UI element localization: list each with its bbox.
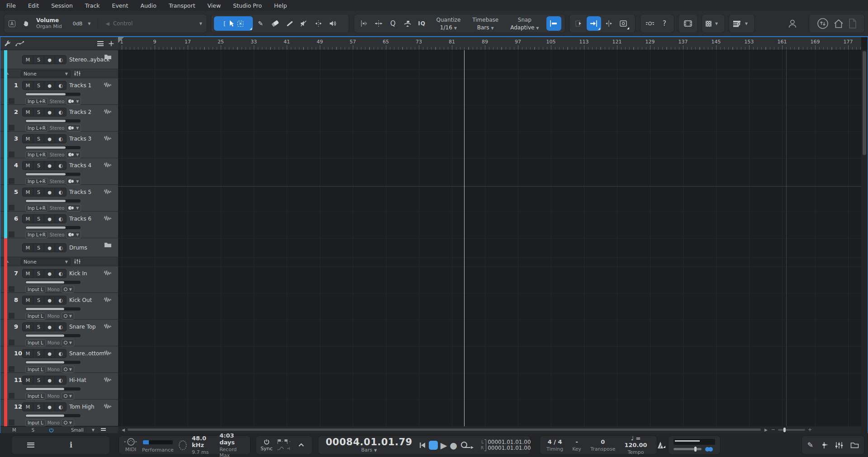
home-icon[interactable]: [833, 19, 844, 28]
track-name[interactable]: Snare..ottom: [69, 350, 104, 357]
track-volume-slider[interactable]: [25, 93, 81, 96]
solo-button[interactable]: S: [33, 349, 44, 358]
folder-track-row[interactable]: M S ● ◐ Drums: [0, 238, 118, 257]
snap-select[interactable]: Snap Adaptive▼: [510, 17, 539, 31]
automation-badge[interactable]: [9, 98, 14, 104]
arrange-canvas[interactable]: [118, 50, 861, 426]
pan-control[interactable]: ▼: [62, 312, 74, 320]
solo-button[interactable]: S: [33, 215, 44, 223]
input-source[interactable]: Inp L+R: [25, 125, 48, 132]
mute-tool-button[interactable]: [297, 17, 311, 30]
sync-expand-icon[interactable]: [298, 443, 304, 447]
track-height-select[interactable]: Small: [71, 428, 84, 433]
mute-button[interactable]: M: [23, 135, 33, 143]
input-source[interactable]: Inp L+R: [25, 205, 48, 212]
solo-button[interactable]: S: [33, 269, 44, 278]
monitor-button[interactable]: ◐: [55, 296, 66, 304]
menu-edit[interactable]: Edit: [28, 2, 39, 9]
input-source[interactable]: Input L: [25, 339, 46, 346]
pan-control[interactable]: ▼: [62, 339, 74, 346]
track-name[interactable]: Tracks 4: [69, 162, 91, 169]
eraser-tool-button[interactable]: [268, 17, 282, 30]
track-row[interactable]: 11 M S ● ◐ Hi-Hat Input L Mono ▼: [0, 373, 118, 400]
solo-button[interactable]: S: [33, 376, 44, 384]
track-name[interactable]: Kick In: [69, 270, 87, 277]
menu-studio-pro[interactable]: Studio Pro: [233, 2, 262, 9]
arrow-tool-button[interactable]: [ ✕: [214, 16, 253, 31]
zoom-slider[interactable]: [778, 429, 805, 431]
mute-button[interactable]: M: [23, 349, 33, 358]
pan-control[interactable]: ▼: [62, 419, 74, 426]
scroll-left-icon[interactable]: ◀: [122, 428, 125, 432]
snap-toggle-button[interactable]: [546, 16, 561, 31]
midi-monitor[interactable]: ▸ ▸ MIDI: [124, 438, 137, 452]
record-arm-button[interactable]: ●: [44, 215, 55, 223]
record-arm-button[interactable]: ●: [44, 56, 55, 64]
exchange-icon[interactable]: [817, 18, 829, 29]
prev-param-icon[interactable]: ◀: [105, 21, 109, 27]
samplerate-latency[interactable]: 48.0 kHz 9.7 ms: [192, 435, 214, 455]
pencil-tool-button[interactable]: ✎: [254, 17, 267, 30]
timeline-ruler[interactable]: 1917253341495765738189971051131211291371…: [118, 37, 861, 50]
solo-button[interactable]: S: [33, 135, 44, 143]
solo-button[interactable]: S: [33, 161, 44, 170]
monitor-button[interactable]: ◐: [55, 135, 66, 143]
monitor-button[interactable]: ◐: [55, 376, 66, 384]
instruments-icon[interactable]: [74, 259, 81, 264]
zoom-options-icon[interactable]: [617, 17, 630, 30]
pan-control[interactable]: ▼: [66, 178, 81, 185]
track-volume-slider[interactable]: [25, 334, 81, 337]
inspector-button[interactable]: [821, 442, 828, 449]
bus-select[interactable]: None▼: [21, 258, 71, 265]
track-layout-icon[interactable]: [733, 20, 741, 27]
solo-button[interactable]: S: [33, 323, 44, 331]
menu-help[interactable]: Help: [274, 2, 287, 9]
mute-button[interactable]: M: [23, 108, 33, 116]
track-row[interactable]: 8 M S ● ◐ Kick Out Input L Mono ▼: [0, 293, 118, 320]
input-source[interactable]: Input L: [25, 393, 46, 400]
track-edit-groups-icon[interactable]: [572, 17, 586, 30]
page-icon[interactable]: [849, 19, 857, 28]
record-arm-button[interactable]: ●: [44, 135, 55, 143]
track-row[interactable]: 5 M S ● ◐ Tracks 5 Inp L+R Stereo ▼: [0, 185, 118, 212]
mute-button[interactable]: M: [23, 323, 33, 331]
mute-button[interactable]: M: [23, 161, 33, 170]
track-name[interactable]: Hi-Hat: [69, 377, 86, 383]
track-volume-slider[interactable]: [25, 387, 81, 391]
transient-edit-icon[interactable]: [358, 17, 370, 30]
solo-button[interactable]: S: [33, 108, 44, 116]
info-button[interactable]: i: [70, 441, 72, 449]
quantize-select[interactable]: Quantize 1/16▼: [436, 17, 461, 31]
iq-icon[interactable]: IQ: [416, 17, 428, 30]
macro-controls-icon[interactable]: [643, 17, 657, 30]
record-arm-button[interactable]: ●: [44, 323, 55, 331]
pan-control[interactable]: ▼: [66, 124, 81, 132]
vscroll-thumb[interactable]: [863, 51, 866, 155]
solo-button[interactable]: S: [33, 56, 44, 64]
pan-control[interactable]: ▼: [66, 231, 81, 238]
timestretch-icon[interactable]: [372, 17, 385, 30]
input-source[interactable]: Input L: [25, 419, 46, 426]
track-name[interactable]: Tracks 3: [69, 136, 91, 142]
track-row[interactable]: 12 M S ● ◐ Tom High Input L Mono ▼: [0, 400, 118, 426]
automation-badge[interactable]: [9, 366, 14, 372]
menu-track[interactable]: Track: [85, 2, 100, 9]
stop-button[interactable]: [429, 438, 438, 452]
pan-control[interactable]: ▼: [62, 392, 74, 400]
param-value-dropdown-icon[interactable]: ▼: [88, 22, 90, 26]
monitor-button[interactable]: ◐: [55, 81, 66, 90]
bus-select[interactable]: None▼: [21, 70, 71, 77]
transpose-setting[interactable]: 0 Transpose: [590, 438, 615, 452]
automation-badge[interactable]: [9, 178, 14, 184]
track-volume-slider[interactable]: [25, 281, 81, 284]
menu-session[interactable]: Session: [51, 2, 73, 9]
menu-event[interactable]: Event: [112, 2, 128, 9]
menu-audio[interactable]: Audio: [140, 2, 157, 9]
performance-monitor[interactable]: Performance: [142, 438, 174, 453]
pan-control[interactable]: ▼: [66, 151, 81, 158]
output-volume[interactable]: [674, 447, 713, 452]
solo-button[interactable]: S: [33, 188, 44, 196]
hscroll-thumb[interactable]: [128, 429, 761, 431]
track-name[interactable]: Snare Top: [69, 324, 96, 330]
mute-button[interactable]: M: [23, 215, 33, 223]
